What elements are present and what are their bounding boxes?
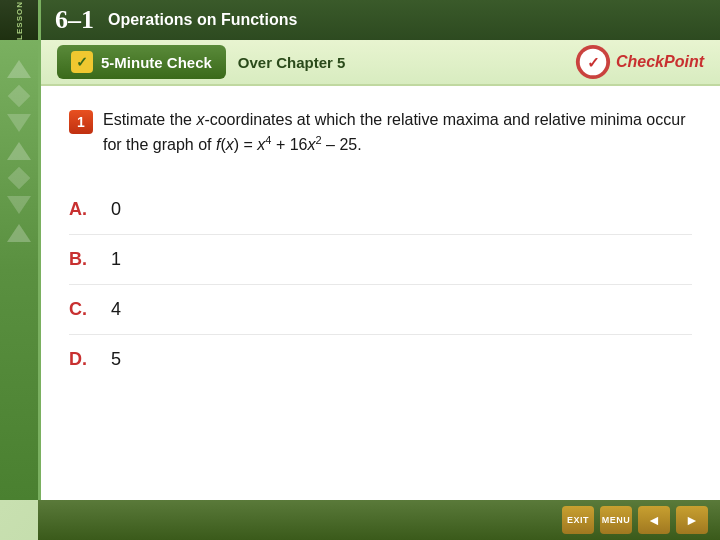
- answer-row-a[interactable]: A. 0: [69, 185, 692, 235]
- question-text: Estimate the x-coordinates at which the …: [103, 108, 692, 157]
- deco-shape: [8, 167, 31, 190]
- checkpoint-logo: ✓ CheckPoint: [574, 43, 704, 81]
- left-decoration: [0, 40, 38, 500]
- deco-shape: [7, 196, 31, 214]
- header-bar: 6–1 Operations on Functions: [41, 0, 720, 40]
- menu-button[interactable]: MENU: [600, 506, 632, 534]
- answer-value-a: 0: [111, 199, 121, 220]
- prev-button[interactable]: ◄: [638, 506, 670, 534]
- over-chapter-label: Over Chapter 5: [238, 54, 562, 71]
- deco-shape: [7, 142, 31, 160]
- content-area: 6–1 Operations on Functions ✓ 5-Minute C…: [38, 0, 720, 500]
- badge-label: 5-Minute Check: [101, 54, 212, 71]
- exit-label: EXIT: [567, 515, 589, 525]
- deco-shape: [7, 114, 31, 132]
- deco-shape: [8, 85, 31, 108]
- header-left-deco: LESSON: [0, 0, 38, 40]
- five-minute-badge: ✓ 5-Minute Check: [57, 45, 226, 79]
- bottom-nav-bar: EXIT MENU ◄ ►: [38, 500, 720, 540]
- answer-value-b: 1: [111, 249, 121, 270]
- answer-row-d[interactable]: D. 5: [69, 335, 692, 384]
- next-button[interactable]: ►: [676, 506, 708, 534]
- answer-row-c[interactable]: C. 4: [69, 285, 692, 335]
- answer-letter-a: A.: [69, 199, 97, 220]
- answer-letter-c: C.: [69, 299, 97, 320]
- next-arrow-icon: ►: [685, 512, 699, 528]
- svg-text:✓: ✓: [586, 54, 599, 71]
- question-area: 1 Estimate the x-coordinates at which th…: [41, 86, 720, 185]
- header-title: Operations on Functions: [108, 11, 297, 29]
- lesson-number: 6–1: [55, 7, 94, 33]
- answers-list: A. 0 B. 1 C. 4 D. 5: [41, 185, 720, 384]
- answer-value-c: 4: [111, 299, 121, 320]
- menu-label: MENU: [602, 515, 631, 525]
- answer-letter-b: B.: [69, 249, 97, 270]
- checkpoint-text: CheckPoint: [616, 53, 704, 71]
- lesson-label: LESSON: [15, 1, 24, 40]
- question-row: 1 Estimate the x-coordinates at which th…: [69, 108, 692, 157]
- answer-value-d: 5: [111, 349, 121, 370]
- deco-shape: [7, 60, 31, 78]
- prev-arrow-icon: ◄: [647, 512, 661, 528]
- checkpoint-svg-icon: ✓: [574, 43, 612, 81]
- deco-shape: [7, 224, 31, 242]
- check-bar: ✓ 5-Minute Check Over Chapter 5 ✓ CheckP…: [41, 40, 720, 86]
- question-number: 1: [69, 110, 93, 134]
- exit-button[interactable]: EXIT: [562, 506, 594, 534]
- answer-letter-d: D.: [69, 349, 97, 370]
- checkmark-icon: ✓: [71, 51, 93, 73]
- answer-row-b[interactable]: B. 1: [69, 235, 692, 285]
